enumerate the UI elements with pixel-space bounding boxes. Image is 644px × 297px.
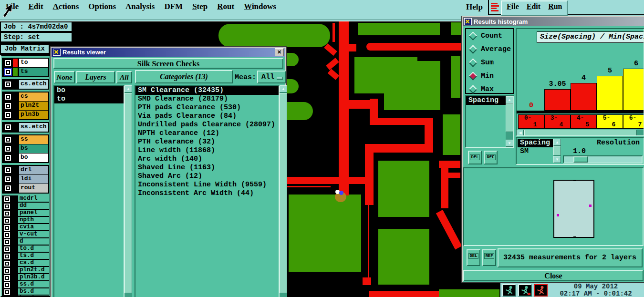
layer-checkbox[interactable] bbox=[5, 167, 11, 173]
layer-row-pln3b[interactable]: pln3b bbox=[3, 110, 48, 119]
scroll-up-icon[interactable]: ▲ bbox=[125, 85, 132, 92]
layer-checkbox[interactable] bbox=[5, 124, 11, 130]
results-viewer-titlebar[interactable]: Results viewer ✕ bbox=[52, 48, 285, 57]
scrollbar-thumb[interactable] bbox=[280, 93, 287, 293]
layers-header-button[interactable]: Layers bbox=[76, 71, 115, 83]
layer-checkbox[interactable] bbox=[4, 275, 10, 281]
layer-row-pln2t.d[interactable]: pln2t.d bbox=[2, 267, 49, 274]
layer-row-rout[interactable]: rout bbox=[3, 184, 48, 193]
category-item[interactable]: SMD Clearance (28179) bbox=[135, 95, 279, 103]
scroll-up-icon[interactable]: ▲ bbox=[553, 139, 561, 146]
histogram-bar[interactable] bbox=[571, 83, 597, 111]
menu-item-step[interactable]: Step bbox=[192, 2, 208, 11]
layer-checkbox[interactable] bbox=[4, 196, 10, 202]
measure-layer-item[interactable]: SM bbox=[518, 147, 553, 156]
runner-flag-icon[interactable] bbox=[518, 284, 532, 297]
layer-row-to.d[interactable]: to.d bbox=[2, 246, 49, 253]
ref-button[interactable]: REF bbox=[484, 151, 498, 164]
layer-row-npth[interactable]: npth bbox=[2, 217, 49, 224]
category-item[interactable]: Arc width (140) bbox=[135, 155, 279, 164]
histogram-bar[interactable] bbox=[544, 89, 571, 111]
category-item[interactable]: Via pads Clearance (84) bbox=[135, 112, 279, 121]
mini-menu-item-edit[interactable]: Edit bbox=[527, 2, 540, 11]
category-item[interactable]: NPTH clearance (12) bbox=[135, 129, 279, 138]
bin-range-cell[interactable]: 5-6 bbox=[597, 114, 623, 129]
layer-row-ss.etch[interactable]: ss.etch bbox=[3, 123, 48, 132]
all-button[interactable]: All bbox=[116, 71, 132, 83]
layer-checkbox[interactable] bbox=[4, 289, 10, 295]
category-item[interactable]: Line width (11868) bbox=[135, 146, 279, 155]
measure-item[interactable]: Spacing bbox=[466, 96, 506, 105]
stat-radio-average[interactable]: Average bbox=[466, 42, 513, 56]
layer-row-pln3b.d[interactable]: pln3b.d bbox=[2, 274, 49, 281]
category-item[interactable]: PTH clearance (32) bbox=[135, 138, 279, 146]
layer-row-dd[interactable]: dd bbox=[2, 203, 49, 210]
slider-thumb[interactable] bbox=[573, 156, 588, 163]
layer-row-panel[interactable]: panel bbox=[2, 210, 49, 217]
scroll-left-icon[interactable]: ◀ bbox=[517, 130, 524, 136]
layers-list[interactable]: boto bbox=[53, 85, 125, 297]
category-item[interactable]: SM Clearance (32435) bbox=[135, 86, 279, 95]
lower-scrollbar[interactable]: ▲ ▼ bbox=[553, 139, 561, 163]
layer-checkbox[interactable] bbox=[5, 137, 11, 143]
histogram-chart-panel[interactable]: Size(Spacing) / Min(Spaci 00-13.053-444-… bbox=[516, 28, 644, 136]
layer-row-ts[interactable]: ts bbox=[3, 67, 48, 76]
meas-dropdown[interactable]: All bbox=[257, 71, 286, 83]
layer-checkbox[interactable] bbox=[5, 176, 11, 182]
category-item[interactable]: Shaved Line (1163) bbox=[135, 164, 279, 172]
measure-scrollbar[interactable]: ▲ ▼ bbox=[506, 96, 513, 147]
layer-row-d[interactable]: d bbox=[2, 238, 49, 246]
menu-item-help[interactable]: Help bbox=[466, 2, 483, 12]
layer-row-v-cut[interactable]: v-cut bbox=[2, 231, 49, 238]
stat-radio-count[interactable]: Count bbox=[466, 29, 513, 42]
bin-range-cell[interactable]: 4-5 bbox=[571, 114, 597, 129]
measure-layer-list[interactable]: SpacingSM bbox=[518, 139, 553, 163]
layer-row-to[interactable]: to bbox=[3, 59, 48, 67]
bin-range-cell[interactable]: 3-4 bbox=[544, 114, 571, 129]
layers-list-item[interactable]: bo bbox=[54, 86, 124, 95]
menu-item-rout[interactable]: Rout bbox=[217, 2, 234, 11]
layer-row-cvia[interactable]: cvia bbox=[2, 224, 49, 231]
menu-item-edit[interactable]: Edit bbox=[28, 2, 43, 11]
category-item[interactable]: Undrilled pads Clearance (28097) bbox=[135, 121, 279, 129]
measure-layer-item[interactable]: Spacing bbox=[518, 139, 553, 147]
scrollbar-thumb[interactable] bbox=[125, 93, 132, 293]
layer-checkbox[interactable] bbox=[5, 94, 11, 100]
layer-row-cs[interactable]: cs bbox=[3, 92, 48, 101]
runner-icon[interactable] bbox=[502, 284, 516, 297]
category-item[interactable]: Inconsistent Line Width (9559) bbox=[135, 181, 279, 189]
layer-checkbox[interactable] bbox=[4, 239, 10, 245]
results-histogram-titlebar[interactable]: Results histogram bbox=[463, 17, 644, 26]
menu-item-dfm[interactable]: DFM bbox=[164, 2, 183, 11]
layer-checkbox[interactable] bbox=[5, 69, 11, 75]
scrollbar-thumb[interactable] bbox=[524, 130, 637, 136]
layer-checkbox[interactable] bbox=[5, 112, 11, 118]
ref-button[interactable]: REF bbox=[482, 249, 496, 266]
grip-icon[interactable] bbox=[491, 2, 499, 13]
layer-checkbox[interactable] bbox=[5, 146, 11, 152]
histogram-bar[interactable] bbox=[597, 76, 623, 111]
layer-row-bs[interactable]: bs bbox=[3, 144, 48, 153]
menu-item-analysis[interactable]: Analysis bbox=[125, 2, 155, 11]
layer-checkbox[interactable] bbox=[4, 218, 10, 224]
menu-item-actions[interactable]: Actions bbox=[53, 2, 79, 11]
category-item[interactable]: PTH pads Clearance (530) bbox=[135, 103, 279, 112]
layer-checkbox[interactable] bbox=[4, 254, 10, 259]
layer-row-ldi[interactable]: ldi bbox=[3, 174, 48, 184]
layer-checkbox[interactable] bbox=[4, 261, 10, 266]
category-item[interactable]: Shaved Arc (12) bbox=[135, 172, 279, 181]
layer-row-ts.d[interactable]: ts.d bbox=[2, 253, 49, 260]
scroll-up-icon[interactable]: ▲ bbox=[506, 96, 513, 103]
close-button[interactable]: Close bbox=[463, 270, 644, 281]
job-matrix-title[interactable]: Job Matrix bbox=[0, 44, 50, 54]
none-button[interactable]: None bbox=[54, 71, 75, 83]
layer-checkbox[interactable] bbox=[5, 185, 11, 191]
stat-radio-max[interactable]: Max bbox=[466, 82, 513, 96]
categories-header-button[interactable]: Categories (13) bbox=[135, 70, 233, 83]
mini-menu-item-file[interactable]: File bbox=[507, 2, 519, 11]
menu-item-windows[interactable]: Windows bbox=[244, 2, 276, 11]
menu-item-options[interactable]: Options bbox=[88, 2, 116, 11]
mini-menu-item-run[interactable]: Run bbox=[548, 2, 562, 11]
layer-checkbox[interactable] bbox=[4, 204, 10, 209]
category-item[interactable]: Inconsistent Arc Width (44) bbox=[135, 189, 279, 198]
